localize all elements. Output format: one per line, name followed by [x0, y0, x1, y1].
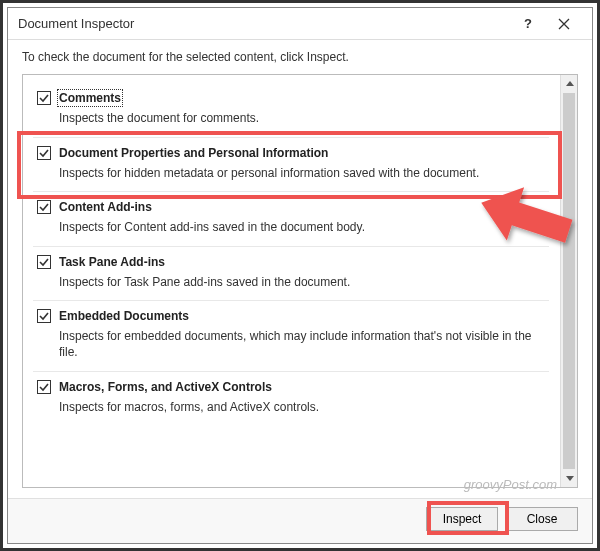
button-bar: Inspect Close [8, 498, 592, 543]
item-title: Macros, Forms, and ActiveX Controls [59, 380, 272, 394]
close-window-button[interactable] [546, 10, 582, 38]
inspect-button[interactable]: Inspect [426, 507, 498, 531]
close-button[interactable]: Close [506, 507, 578, 531]
inspect-item-embedded-docs: Embedded Documents Inspects for embedded… [33, 301, 549, 371]
checkbox-doc-properties[interactable] [37, 146, 51, 160]
scroll-thumb[interactable] [563, 93, 575, 469]
item-title: Embedded Documents [59, 309, 189, 323]
inspect-item-content-addins: Content Add-ins Inspects for Content add… [33, 192, 549, 247]
inspect-item-doc-properties: Document Properties and Personal Informa… [33, 138, 549, 193]
checkmark-icon [39, 382, 49, 392]
checkbox-taskpane-addins[interactable] [37, 255, 51, 269]
item-title: Comments [59, 91, 121, 105]
item-title: Task Pane Add-ins [59, 255, 165, 269]
inspection-list: Comments Inspects the document for comme… [23, 75, 559, 487]
instruction-text: To check the document for the selected c… [8, 40, 592, 70]
dialog-title: Document Inspector [18, 16, 510, 31]
checkbox-embedded-docs[interactable] [37, 309, 51, 323]
inspect-item-taskpane-addins: Task Pane Add-ins Inspects for Task Pane… [33, 247, 549, 302]
inspect-item-comments: Comments Inspects the document for comme… [33, 83, 549, 138]
checkbox-comments[interactable] [37, 91, 51, 105]
scroll-up-arrow-icon[interactable] [561, 75, 578, 92]
checkmark-icon [39, 311, 49, 321]
scroll-down-arrow-icon[interactable] [561, 470, 578, 487]
checkmark-icon [39, 93, 49, 103]
document-inspector-dialog: Document Inspector ? To check the docume… [7, 7, 593, 544]
item-description: Inspects for macros, forms, and ActiveX … [59, 400, 545, 416]
checkbox-macros[interactable] [37, 380, 51, 394]
inspect-item-macros: Macros, Forms, and ActiveX Controls Insp… [33, 372, 549, 426]
item-description: Inspects the document for comments. [59, 111, 545, 127]
checkmark-icon [39, 148, 49, 158]
item-description: Inspects for Task Pane add-ins saved in … [59, 275, 545, 291]
titlebar: Document Inspector ? [8, 8, 592, 40]
inspection-list-panel: Comments Inspects the document for comme… [22, 74, 578, 488]
item-description: Inspects for embedded documents, which m… [59, 329, 545, 360]
item-title: Content Add-ins [59, 200, 152, 214]
checkbox-content-addins[interactable] [37, 200, 51, 214]
scrollbar[interactable] [560, 75, 577, 487]
help-button[interactable]: ? [510, 10, 546, 38]
checkmark-icon [39, 202, 49, 212]
checkmark-icon [39, 257, 49, 267]
item-description: Inspects for Content add-ins saved in th… [59, 220, 545, 236]
item-description: Inspects for hidden metadata or personal… [59, 166, 545, 182]
item-title: Document Properties and Personal Informa… [59, 146, 328, 160]
close-icon [558, 18, 570, 30]
